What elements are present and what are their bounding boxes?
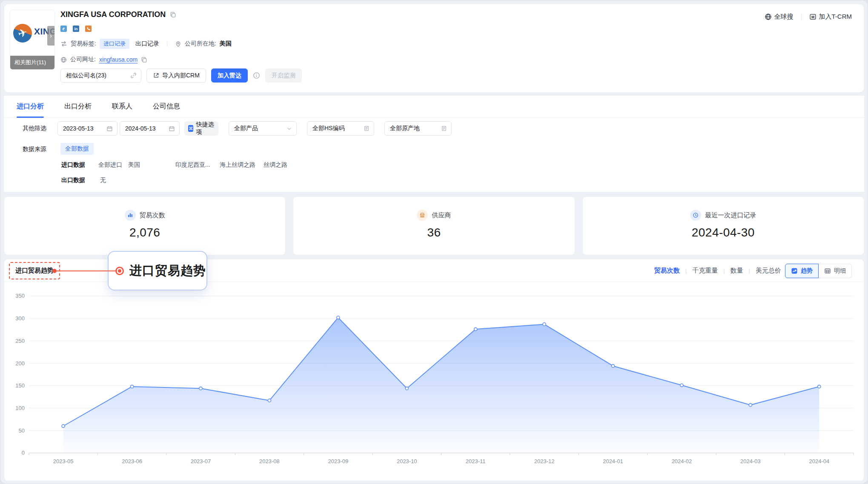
bar-chart-icon [125,210,136,221]
location-label: 公司所在地: [185,40,216,48]
svg-text:M: M [811,15,814,19]
stat-card-suppliers: 供应商 36 [293,197,574,255]
svg-text:100: 100 [15,405,25,411]
stat-label: 贸易次数 [140,211,165,219]
stat-value-last-import: 2024-04-30 [692,226,755,239]
company-name: XINGFA USA CORPORATION [60,10,166,19]
export-data-value: 无 [100,177,106,183]
tab-contacts[interactable]: 联系人 [112,96,132,118]
view-detail-button[interactable]: 明细 [819,264,852,278]
quick-options-label: 快捷选项 [196,121,215,136]
tab-export-analysis[interactable]: 出口分析 [64,96,92,118]
meta-divider [167,41,167,47]
tag-export-records[interactable]: 出口记录 [135,40,159,48]
carousel-next-button[interactable]: › [47,26,54,45]
view-detail-label: 明细 [834,267,846,275]
copy-website-icon[interactable] [141,57,147,63]
all-data-chip[interactable]: 全部数据 [60,143,94,155]
quick-options-button[interactable]: ⌘ 快捷选项 [184,121,218,136]
svg-text:2024-02: 2024-02 [672,458,692,464]
phone-icon[interactable] [85,26,92,32]
link-icon [130,72,137,79]
origin-select[interactable]: 全部原产地 [384,121,452,136]
website-icon[interactable]: e [60,26,67,32]
date-to-input[interactable]: 2024-05-13 [120,121,180,136]
company-logo-card[interactable]: ✈ XINGFA GROUP › 相关图片(11) [10,10,55,70]
import-data-value: 印度尼西亚... [175,161,220,169]
import-data-value: 美国 [128,161,175,169]
linkedin-icon[interactable]: in [73,26,79,32]
date-to-value: 2024-05-13 [125,125,156,132]
import-crm-button[interactable]: 导入内部CRM [146,68,206,83]
svg-text:2024-03: 2024-03 [740,458,761,464]
import-data-value: 丝绸之路 [264,161,287,169]
tab-company-info[interactable]: 公司信息 [153,96,180,118]
shop-icon [417,210,428,221]
callout-connector-line [55,270,117,271]
svg-text:2023-11: 2023-11 [466,458,486,464]
trend-area-chart[interactable]: 0501001502002503003502023-052023-062023-… [9,293,859,476]
hs-code-select[interactable]: 全部HS编码 [307,121,374,136]
document-icon [364,125,370,131]
global-search-button[interactable]: 全球搜 [765,13,794,21]
plane-icon: ✈ [17,26,29,39]
product-select-value: 全部产品 [234,125,258,132]
svg-text:2023-10: 2023-10 [397,458,417,464]
global-search-label: 全球搜 [774,13,794,21]
command-icon: ⌘ [188,125,193,132]
related-images-badge[interactable]: 相关图片(11) [10,56,54,69]
add-radar-button[interactable]: 加入雷达 [211,68,248,83]
trend-chart-svg: 0501001502002503003502023-052023-062023-… [9,293,859,476]
svg-text:50: 50 [19,427,25,434]
calendar-icon [106,125,113,132]
metric-kg-weight[interactable]: 千克重量 [692,267,718,275]
website-globe-icon [60,57,67,63]
svg-text:2024-04: 2024-04 [809,458,829,464]
company-website-link[interactable]: xingfausa.com [99,56,138,63]
metric-trade-count[interactable]: 贸易次数 [654,267,680,275]
clock-icon [690,210,701,221]
product-select[interactable]: 全部产品 [229,121,297,136]
import-data-value: 全部进口 [98,161,128,169]
metric-usd-total[interactable]: 美元总价 [756,267,781,275]
stat-card-trade-count: 贸易次数 2,076 [4,197,285,255]
trade-tag-icon [60,40,67,47]
tag-import-records[interactable]: 进口记录 [100,39,129,49]
topbar-actions: 全球搜 M 加入T-CRM [765,13,852,21]
crm-icon: M [809,13,816,20]
tab-bar: 进口分析 出口分析 联系人 公司信息 [4,96,864,118]
similar-companies-field[interactable]: 相似公司名(23) [60,68,141,83]
import-data-value: 海上丝绸之路 [220,161,264,169]
location-value: 美国 [220,40,232,48]
join-crm-label: 加入T-CRM [819,13,852,21]
website-label: 公司网址: [70,56,96,63]
chevron-down-icon [286,126,292,131]
svg-text:2023-08: 2023-08 [259,458,280,464]
metric-switcher: 贸易次数 | 千克重量 | 数量 | 美元总价 [654,259,781,282]
stat-label: 供应商 [432,211,451,219]
metric-quantity[interactable]: 数量 [730,267,743,275]
tab-import-analysis[interactable]: 进口分析 [17,96,44,118]
stat-value-trade-count: 2,076 [129,226,160,239]
svg-text:2023-09: 2023-09 [328,458,349,464]
svg-text:2024-01: 2024-01 [603,458,623,464]
join-crm-button[interactable]: M 加入T-CRM [809,13,852,21]
svg-text:2023-12: 2023-12 [534,458,555,464]
svg-text:250: 250 [15,338,25,344]
topbar-divider [801,14,802,20]
start-monitor-button[interactable]: 开启监测 [265,68,302,83]
view-trend-button[interactable]: 趋势 [785,264,819,278]
location-pin-icon [175,41,181,47]
globe-icon [765,13,772,20]
view-toggle: 趋势 明细 [785,264,852,278]
app-page: 全球搜 M 加入T-CRM ✈ XINGFA GROUP › 相关图片(1 [0,0,868,484]
date-from-input[interactable]: 2023-05-13 [57,121,117,136]
add-radar-label: 加入雷达 [218,72,241,80]
export-data-label: 出口数据 [61,177,98,184]
table-icon [824,268,831,274]
copy-company-name-icon[interactable] [170,11,176,18]
other-filter-label: 其他筛选 [23,125,46,132]
stats-row: 贸易次数 2,076 供应商 36 最近一次进口记录 2024-04-30 [4,197,864,255]
info-icon[interactable] [253,72,260,79]
stat-label: 最近一次进口记录 [705,211,756,219]
